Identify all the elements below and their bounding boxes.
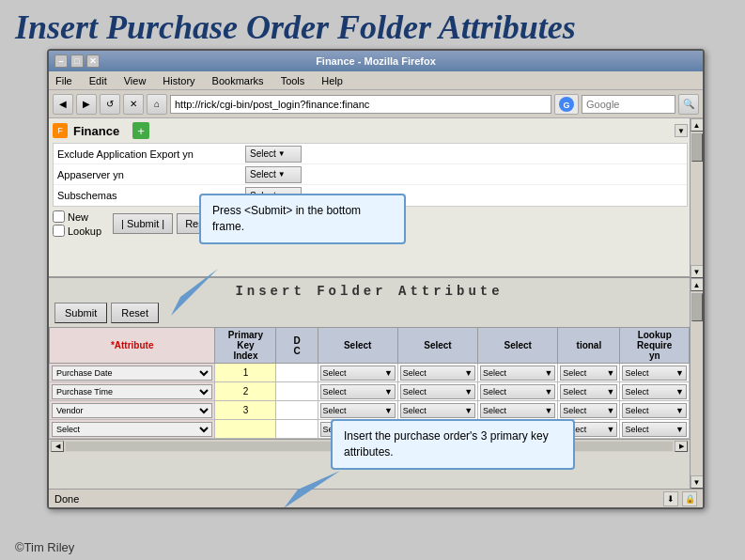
new-checkbox[interactable]	[53, 210, 65, 223]
select-s5-3[interactable]: Select▼	[622, 403, 687, 418]
scroll-right-button[interactable]: ▶	[675, 441, 688, 452]
dc-select-2	[276, 382, 318, 401]
home-button[interactable]: ⌂	[147, 94, 167, 115]
form-row-appaserver: Appaserver yn Select ▼	[54, 164, 687, 185]
select-s1-2[interactable]: Select▼	[320, 384, 396, 399]
forward-button[interactable]: ▶	[76, 94, 97, 115]
s2-2: Select▼	[397, 382, 477, 401]
scroll-thumb[interactable]	[691, 133, 703, 162]
select-s4-2[interactable]: Select▼	[560, 384, 617, 399]
slide-title: Insert Purchase Order Folder Attributes	[0, 0, 745, 51]
s1-2: Select▼	[318, 382, 397, 401]
col-select1: Select	[318, 328, 397, 364]
dc-select-3	[276, 401, 318, 420]
dropdown-arrow-icon[interactable]: ▼	[675, 124, 688, 137]
s5-2: Select▼	[620, 382, 690, 401]
status-download-icon[interactable]: ⬇	[663, 491, 678, 506]
select-s3-3[interactable]: Select▼	[480, 403, 555, 418]
select-s2-2[interactable]: Select▼	[400, 384, 475, 399]
browser-title: Finance - Mozilla Firefox	[101, 55, 650, 67]
bottom-scroll-thumb[interactable]	[691, 293, 703, 321]
select-s1-3[interactable]: Select▼	[320, 403, 396, 418]
scroll-left-button[interactable]: ◀	[51, 441, 64, 452]
add-button[interactable]: +	[132, 122, 149, 139]
scroll-down-arrow[interactable]: ▼	[691, 265, 704, 278]
s4-2: Select▼	[558, 382, 620, 401]
select-s5-4[interactable]: Select▼	[622, 422, 687, 437]
key-index-4	[215, 420, 276, 439]
bottom-submit-button[interactable]: Submit	[54, 303, 107, 323]
browser-toolbar: ◀ ▶ ↺ ✕ ⌂ G 🔍	[49, 90, 703, 118]
exclude-select[interactable]: Select ▼	[245, 146, 302, 163]
stop-button[interactable]: ✕	[123, 94, 144, 115]
menu-help[interactable]: Help	[318, 74, 346, 87]
attr-name-2: Purchase Time	[50, 382, 215, 401]
url-bar[interactable]	[170, 95, 551, 114]
top-callout-text: Press <Submit> in the bottom frame.	[212, 204, 361, 233]
appaserver-label: Appaserver yn	[54, 169, 241, 180]
key-index-3: 3	[215, 401, 276, 420]
select-s4-3[interactable]: Select▼	[560, 403, 617, 418]
maximize-button[interactable]: □	[70, 54, 84, 68]
dc-select-4	[276, 420, 318, 439]
browser-menubar: File Edit View History Bookmarks Tools H…	[49, 71, 703, 90]
col-select3: Select	[478, 328, 558, 364]
checkbox-area: New Lookup	[53, 210, 101, 237]
bottom-callout-arrow	[274, 466, 349, 507]
attr-select-1[interactable]: Purchase Date	[52, 366, 212, 381]
lookup-checkbox[interactable]	[53, 225, 65, 237]
col-optional: tional	[558, 328, 620, 364]
col-primary-key: PrimaryKeyIndex	[215, 328, 276, 364]
svg-marker-2	[171, 269, 218, 316]
search-input[interactable]	[582, 95, 675, 114]
browser-titlebar: – □ ✕ Finance - Mozilla Firefox	[49, 51, 703, 71]
attr-select-3[interactable]: Vendor	[52, 403, 212, 418]
select-s1-1[interactable]: Select▼	[320, 366, 396, 381]
col-attribute: *Attribute	[50, 328, 215, 364]
bottom-submit-row: Submit Reset	[49, 303, 690, 327]
browser-content: F Finance + ▼ Exclude Application Export…	[49, 118, 703, 507]
col-select2: Select	[397, 328, 477, 364]
menu-view[interactable]: View	[121, 74, 149, 87]
select-s2-3[interactable]: Select▼	[400, 403, 475, 418]
bottom-frame: Insert Folder Attribute Submit Reset *At…	[49, 278, 703, 507]
appaserver-select[interactable]: Select ▼	[245, 166, 302, 183]
scroll-up-arrow[interactable]: ▲	[691, 118, 704, 132]
google-icon: G	[554, 94, 579, 115]
bottom-scroll-down[interactable]: ▼	[691, 475, 704, 489]
close-button[interactable]: ✕	[86, 54, 100, 68]
s5-4: Select▼	[620, 420, 690, 439]
select-s5-1[interactable]: Select▼	[622, 366, 687, 381]
back-button[interactable]: ◀	[53, 94, 73, 115]
top-submit-button[interactable]: | Submit |	[113, 213, 173, 234]
minimize-button[interactable]: –	[54, 54, 68, 68]
insert-folder-title: Insert Folder Attribute	[49, 278, 690, 303]
lookup-checkbox-row: Lookup	[53, 225, 101, 237]
bottom-scroll-up[interactable]: ▲	[691, 278, 704, 291]
select-s4-1[interactable]: Select▼	[560, 366, 617, 381]
select-s2-1[interactable]: Select▼	[400, 366, 475, 381]
refresh-button[interactable]: ↺	[100, 94, 120, 115]
attr-select-4[interactable]: Select	[52, 422, 212, 437]
bottom-scrollbar[interactable]: ▲ ▼	[690, 278, 703, 489]
search-button[interactable]: 🔍	[678, 94, 699, 115]
col-dc: DC	[276, 328, 318, 364]
attr-select-2[interactable]: Purchase Time	[52, 384, 212, 399]
col-lookup-req: LookupRequireyn	[620, 328, 690, 364]
select-s3-2[interactable]: Select▼	[480, 384, 555, 399]
menu-history[interactable]: History	[160, 74, 197, 87]
menu-edit[interactable]: Edit	[86, 74, 110, 87]
select-s3-1[interactable]: Select▼	[480, 366, 555, 381]
menu-tools[interactable]: Tools	[278, 74, 308, 87]
menu-bookmarks[interactable]: Bookmarks	[210, 74, 267, 87]
bottom-callout: Insert the purchase order's 3 primary ke…	[331, 419, 575, 470]
top-scrollbar[interactable]: ▲ ▼	[690, 118, 703, 278]
status-info-icon[interactable]: 🔒	[682, 491, 697, 506]
top-callout: Press <Submit> in the bottom frame.	[199, 194, 406, 244]
s5-3: Select▼	[620, 401, 690, 420]
dc-select-1	[276, 364, 318, 382]
select-s5-2[interactable]: Select▼	[622, 384, 687, 399]
lookup-label: Lookup	[68, 226, 101, 237]
menu-file[interactable]: File	[53, 74, 75, 87]
s3-3: Select▼	[478, 401, 558, 420]
